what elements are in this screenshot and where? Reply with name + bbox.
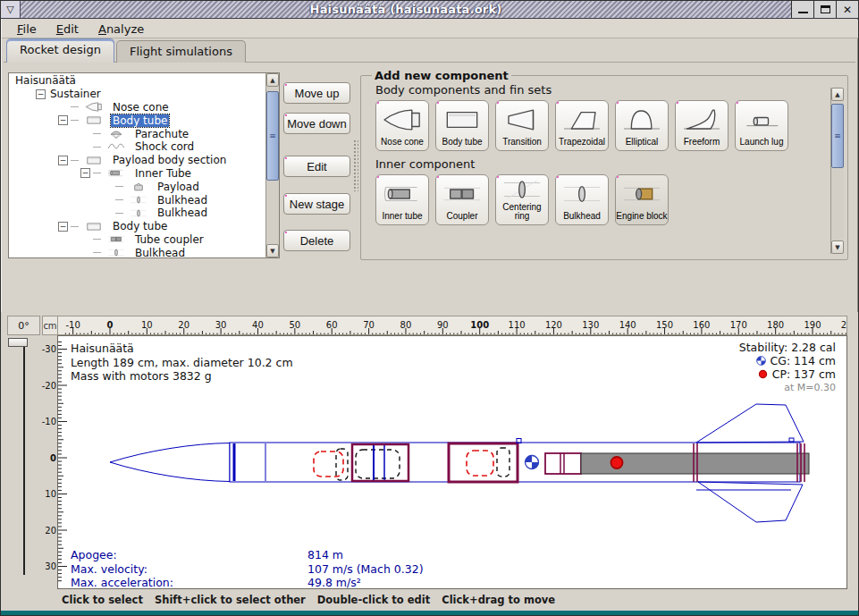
tree-item-tube-coupler[interactable]: Tube coupler bbox=[10, 233, 265, 247]
innertube-icon bbox=[378, 175, 426, 212]
tree-item-shock-cord[interactable]: Shock cord bbox=[10, 140, 265, 154]
flight-stat-row: Max. velocity:107 m/s (Mach 0.32) bbox=[71, 562, 424, 577]
rotation-slider-thumb[interactable] bbox=[8, 338, 28, 347]
cg-icon bbox=[756, 356, 766, 366]
add-nose-cone-button[interactable]: Nose cone bbox=[375, 100, 429, 151]
nose-cone-shape[interactable] bbox=[110, 443, 230, 482]
tree-item-label: Body tube bbox=[111, 220, 169, 232]
rotation-slider-track[interactable] bbox=[23, 346, 25, 575]
add-coupler-button[interactable]: Coupler bbox=[435, 174, 489, 225]
tree-expander-icon[interactable]: − bbox=[58, 156, 68, 165]
rocket-canvas[interactable]: HaisunäätäLength 189 cm, max. diameter 1… bbox=[57, 335, 847, 589]
bulkhead-icon bbox=[558, 175, 606, 212]
menu-file[interactable]: File bbox=[7, 21, 46, 38]
svg-text:10: 10 bbox=[141, 320, 153, 330]
scroll-up-icon[interactable]: ▲ bbox=[831, 88, 844, 101]
status-hint: Click to select bbox=[62, 594, 143, 606]
tree-item-bulkhead[interactable]: Bulkhead bbox=[10, 193, 265, 207]
svg-text:130: 130 bbox=[582, 320, 599, 330]
new-stage-button[interactable]: New stage bbox=[283, 193, 350, 215]
tree-expander-icon[interactable]: − bbox=[80, 168, 90, 178]
svg-text:200: 200 bbox=[841, 320, 847, 330]
cp-marker bbox=[611, 457, 623, 468]
menu-edit[interactable]: Edit bbox=[46, 21, 88, 38]
svg-text:30: 30 bbox=[45, 561, 56, 571]
status-bar: Click to selectShift+click to select oth… bbox=[1, 590, 859, 610]
add-inner-tube-button[interactable]: Inner tube bbox=[375, 174, 429, 225]
tree-item-nose-cone[interactable]: Nose cone bbox=[10, 101, 265, 114]
maximize-button[interactable] bbox=[813, 1, 836, 18]
scroll-down-icon[interactable]: ▼ bbox=[266, 244, 279, 257]
svg-text:150: 150 bbox=[656, 320, 673, 330]
tree-item-bulkhead[interactable]: Bulkhead bbox=[10, 207, 265, 220]
innertube-icon bbox=[103, 167, 130, 179]
add-transition-button[interactable]: Transition bbox=[495, 100, 549, 151]
tree-item-payload-body-section[interactable]: −Payload body section bbox=[10, 154, 265, 167]
tree-item-bulkhead[interactable]: Bulkhead bbox=[10, 246, 265, 257]
fin-upper-shape[interactable] bbox=[696, 404, 804, 443]
horizontal-ruler: -100102030405060708090100110120130140150… bbox=[58, 316, 847, 335]
tree-expander-icon[interactable]: − bbox=[36, 89, 46, 99]
cg-marker bbox=[526, 456, 539, 469]
coupler-icon bbox=[438, 175, 486, 212]
titlebar[interactable]: ▽ Haisunäätä (haisunaata.ork) ✕ bbox=[1, 1, 858, 19]
tree-item-parachute[interactable]: Parachute bbox=[10, 127, 265, 140]
tree-item-label: Bulkhead bbox=[156, 194, 209, 207]
splitter-handle[interactable] bbox=[353, 139, 358, 191]
close-button[interactable]: ✕ bbox=[836, 1, 858, 18]
bodytube-icon bbox=[438, 101, 486, 138]
bulkhead-icon bbox=[125, 207, 152, 219]
component-scrollbar[interactable]: ▲ ≡ ▼ bbox=[830, 88, 844, 254]
tree-item-payload[interactable]: Payload bbox=[10, 180, 265, 193]
minimize-button[interactable] bbox=[791, 1, 813, 18]
tree-expander-icon[interactable]: − bbox=[58, 222, 68, 232]
window-bottom-edge bbox=[1, 610, 859, 616]
scroll-down-icon[interactable]: ▼ bbox=[831, 240, 844, 254]
tree-expander-icon[interactable]: − bbox=[58, 115, 68, 125]
add-centering-ring-button[interactable]: Centering ring bbox=[495, 174, 549, 225]
add-trapezoidal-button[interactable]: Trapezoidal bbox=[555, 100, 609, 151]
edit-button[interactable]: Edit bbox=[283, 156, 350, 177]
flight-stat-value: 49.8 m/s² bbox=[307, 576, 361, 589]
scrollbar-thumb[interactable]: ≡ bbox=[266, 91, 279, 181]
menu-analyze[interactable]: Analyze bbox=[88, 21, 154, 38]
add-body-tube-button[interactable]: Body tube bbox=[435, 100, 489, 151]
add-bulkhead-button[interactable]: Bulkhead bbox=[555, 174, 609, 225]
svg-text:100: 100 bbox=[470, 320, 489, 330]
svg-text:160: 160 bbox=[693, 320, 710, 330]
tree-item-haisun-t-[interactable]: Haisunäätä bbox=[10, 74, 265, 88]
svg-text:70: 70 bbox=[363, 320, 375, 330]
scrollbar-thumb[interactable]: ≡ bbox=[831, 104, 844, 168]
stability-value: Stability: 2.28 cal bbox=[739, 341, 836, 354]
add-elliptical-button[interactable]: Elliptical bbox=[615, 100, 669, 151]
component-button-label: Trapezoidal bbox=[559, 138, 605, 147]
add-launch-lug-button[interactable]: Launch lug bbox=[735, 100, 788, 151]
freeform-icon bbox=[678, 101, 726, 138]
ruler-unit-label: cm bbox=[42, 316, 58, 335]
scroll-up-icon[interactable]: ▲ bbox=[266, 73, 279, 87]
status-hint: Double-click to edit bbox=[317, 594, 430, 606]
tree-item-inner-tube[interactable]: −Inner Tube bbox=[10, 167, 265, 181]
add-freeform-button[interactable]: Freeform bbox=[675, 100, 728, 151]
tree-scrollbar[interactable]: ▲ ≡ ▼ bbox=[265, 73, 279, 257]
svg-text:-10: -10 bbox=[65, 320, 80, 330]
payload-icon bbox=[125, 181, 152, 192]
shockcord-icon bbox=[103, 141, 130, 153]
fin-lower-shape[interactable] bbox=[698, 482, 803, 522]
coupler-icon bbox=[103, 233, 130, 245]
view-toolbar: Side view Back view Fit (11%) Stage 1 bbox=[1, 278, 859, 312]
add-engine-block-button[interactable]: Engine block bbox=[615, 174, 669, 225]
tree-item-sustainer[interactable]: −Sustainer bbox=[10, 88, 265, 101]
delete-button[interactable]: Delete bbox=[283, 230, 350, 251]
tab-rocket-design[interactable]: Rocket design bbox=[6, 38, 114, 63]
tab-flight-simulations[interactable]: Flight simulations bbox=[116, 40, 246, 63]
bulkhead-icon bbox=[103, 247, 130, 257]
tree-action-buttons: Move upMove downEditNew stageDelete bbox=[283, 80, 350, 251]
component-button-label: Inner tube bbox=[382, 212, 422, 221]
tree-item-body-tube[interactable]: −Body tube bbox=[10, 220, 265, 233]
window-menu-icon[interactable]: ▽ bbox=[1, 1, 21, 18]
move-up-button[interactable]: Move up bbox=[283, 82, 350, 104]
tree-item-body-tube[interactable]: −Body tube bbox=[10, 114, 265, 127]
add-component-title: Add new component bbox=[372, 69, 511, 82]
move-down-button[interactable]: Move down bbox=[283, 113, 350, 134]
